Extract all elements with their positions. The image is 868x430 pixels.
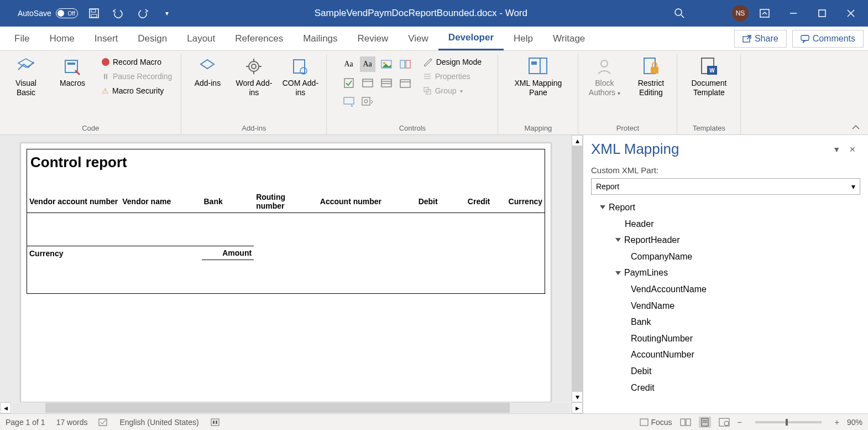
legacy-tools-button[interactable] xyxy=(360,94,375,110)
svg-rect-48 xyxy=(651,67,658,74)
comments-button[interactable]: Comments xyxy=(792,30,864,48)
autosave-toggle[interactable]: Off xyxy=(56,8,78,18)
qat-customize-button[interactable]: ▾ xyxy=(159,5,175,22)
vscroll-thumb[interactable] xyxy=(572,146,583,391)
tab-file[interactable]: File xyxy=(4,28,39,50)
hscroll-thumb[interactable] xyxy=(45,403,510,413)
save-button[interactable] xyxy=(86,5,102,22)
com-addins-button[interactable]: COM Add-ins xyxy=(281,54,320,97)
tree-node-paym-lines[interactable]: PaymLines xyxy=(591,265,860,281)
tree-node-header[interactable]: Header xyxy=(591,216,860,232)
horizontal-scrollbar[interactable]: ◂ ▸ xyxy=(0,402,583,413)
dropdown-control-button[interactable] xyxy=(379,75,394,91)
picture-control-button[interactable] xyxy=(379,56,394,72)
scroll-up-button[interactable]: ▴ xyxy=(572,135,583,146)
checkbox-control-button[interactable] xyxy=(341,75,357,91)
tab-design[interactable]: Design xyxy=(128,28,177,50)
read-mode-button[interactable] xyxy=(680,418,691,427)
tree-node-routing[interactable]: RoutingNumber xyxy=(591,330,860,347)
plain-text-control-button[interactable]: Aa xyxy=(360,56,375,72)
pane-close-button[interactable]: ✕ xyxy=(845,143,860,156)
page-indicator[interactable]: Page 1 of 1 xyxy=(6,418,45,427)
group-templates: W Document Template Templates xyxy=(677,54,741,134)
close-button[interactable] xyxy=(838,4,864,22)
macros-button[interactable]: Macros xyxy=(53,54,92,88)
document-area[interactable]: Control report Vendor account number Ven… xyxy=(0,135,572,402)
tree-node-report-header[interactable]: ReportHeader xyxy=(591,232,860,248)
tree-node-debit[interactable]: Debit xyxy=(591,363,860,380)
scroll-down-button[interactable]: ▾ xyxy=(572,391,583,402)
tab-writage[interactable]: Writage xyxy=(543,28,595,50)
expand-icon xyxy=(600,205,605,209)
xml-mapping-pane-button[interactable]: XML Mapping Pane xyxy=(505,54,571,97)
print-layout-button[interactable] xyxy=(699,417,711,428)
group-protect-label: Protect xyxy=(616,122,639,134)
tab-layout[interactable]: Layout xyxy=(177,28,225,50)
svg-rect-58 xyxy=(686,419,691,426)
language-indicator[interactable]: English (United States) xyxy=(119,418,198,427)
svg-point-16 xyxy=(252,64,256,69)
scroll-right-button[interactable]: ▸ xyxy=(572,402,583,413)
combobox-control-button[interactable] xyxy=(360,75,375,91)
tree-node-vend-account[interactable]: VendAccountName xyxy=(591,281,860,298)
tab-developer[interactable]: Developer xyxy=(438,27,504,50)
tab-home[interactable]: Home xyxy=(39,28,84,50)
tree-node-account[interactable]: AccountNumber xyxy=(591,346,860,363)
date-picker-control-button[interactable] xyxy=(398,75,413,91)
autosave-control[interactable]: AutoSave Off xyxy=(18,8,78,18)
tab-review[interactable]: Review xyxy=(348,28,399,50)
search-button[interactable] xyxy=(667,4,692,22)
tab-help[interactable]: Help xyxy=(504,28,543,50)
tree-node-bank[interactable]: Bank xyxy=(591,314,860,330)
design-mode-button[interactable]: Design Mode xyxy=(421,56,484,68)
zoom-slider[interactable] xyxy=(755,421,822,423)
th-vendor-name: Vendor name xyxy=(120,175,201,213)
maximize-button[interactable] xyxy=(809,4,835,22)
minimize-button[interactable] xyxy=(781,4,806,22)
scroll-left-button[interactable]: ◂ xyxy=(0,402,11,413)
svg-rect-26 xyxy=(406,60,410,68)
group-code: Visual Basic Macros Record Macro ⏸Pause … xyxy=(0,54,181,134)
group-templates-label: Templates xyxy=(693,122,725,134)
ribbon-display-button[interactable] xyxy=(752,4,777,22)
redo-button[interactable] xyxy=(134,5,151,22)
macro-security-button[interactable]: ⚠Macro Security xyxy=(100,85,174,96)
rich-text-control-button[interactable]: Aa xyxy=(341,56,357,72)
pane-options-button[interactable]: ▼ xyxy=(828,143,845,156)
svg-rect-5 xyxy=(760,9,769,17)
web-layout-button[interactable] xyxy=(719,418,730,427)
focus-mode-button[interactable]: Focus xyxy=(640,418,672,427)
tree-node-company-name[interactable]: CompanyName xyxy=(591,248,860,265)
addins-button[interactable]: Add-ins xyxy=(188,54,227,88)
svg-rect-53 xyxy=(211,419,219,426)
tab-insert[interactable]: Insert xyxy=(85,28,128,50)
tab-mailings[interactable]: Mailings xyxy=(293,28,347,50)
word-count[interactable]: 17 words xyxy=(56,418,88,427)
share-button[interactable]: Share xyxy=(734,30,787,48)
document-page: Control report Vendor account number Ven… xyxy=(20,143,551,402)
restrict-editing-button[interactable]: Restrict Editing xyxy=(631,54,670,97)
tree-node-report[interactable]: Report xyxy=(591,199,860,216)
macro-indicator[interactable] xyxy=(210,418,220,427)
building-block-control-button[interactable] xyxy=(398,56,413,72)
user-avatar[interactable]: NS xyxy=(732,5,749,22)
visual-basic-button[interactable]: Visual Basic xyxy=(7,54,45,97)
tree-node-credit[interactable]: Credit xyxy=(591,380,860,396)
tab-references[interactable]: References xyxy=(225,28,293,50)
svg-rect-11 xyxy=(801,35,809,40)
tree-node-vend-name[interactable]: VendName xyxy=(591,298,860,314)
xml-part-select[interactable]: Report▾ xyxy=(591,178,860,195)
zoom-out-button[interactable]: − xyxy=(738,418,742,427)
vertical-scrollbar[interactable]: ▴ ▾ xyxy=(572,135,583,402)
spellcheck-button[interactable] xyxy=(98,418,108,427)
tab-view[interactable]: View xyxy=(398,28,438,50)
repeating-section-button[interactable] xyxy=(341,94,357,110)
collapse-ribbon-button[interactable] xyxy=(844,120,868,134)
undo-button[interactable] xyxy=(110,5,127,22)
zoom-in-button[interactable]: + xyxy=(835,418,839,427)
word-addins-button[interactable]: Word Add-ins xyxy=(234,54,273,97)
zoom-level[interactable]: 90% xyxy=(847,418,862,427)
document-template-button[interactable]: W Document Template xyxy=(684,54,734,97)
svg-point-37 xyxy=(364,100,368,103)
record-macro-button[interactable]: Record Macro xyxy=(100,56,174,68)
